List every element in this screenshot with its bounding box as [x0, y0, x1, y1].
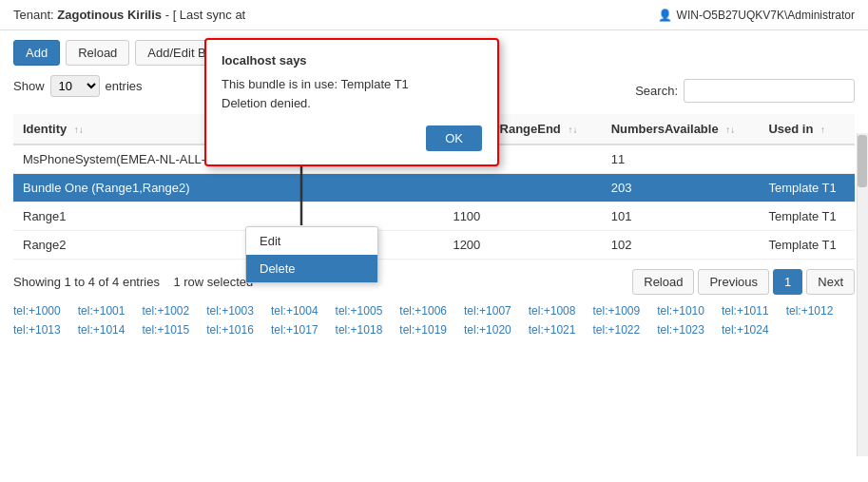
modal-line2: Deletion denied.: [222, 94, 482, 113]
modal-line1: This bundle is in use: Template T1: [222, 75, 482, 94]
tenant-label: Tenant:: [13, 8, 54, 22]
ok-button[interactable]: OK: [426, 125, 482, 151]
modal-dialog: localhost says This bundle is in use: Te…: [204, 38, 499, 166]
modal-overlay: localhost says This bundle is in use: Te…: [0, 30, 868, 482]
modal-body: This bundle is in use: Template T1 Delet…: [222, 75, 482, 112]
modal-footer: OK: [222, 125, 482, 151]
main-content: Add Reload Add/Edit Bun... Show 10 25 50…: [0, 30, 868, 482]
modal-title: localhost says: [222, 53, 482, 67]
user-icon: 👤: [658, 9, 672, 22]
tenant-info: Tenant: Zagotinous Kirilis - [ Last sync…: [13, 8, 245, 22]
sync-label: - [ Last sync at: [165, 8, 246, 22]
user-name: WIN-O5B27UQKV7K\Administrator: [677, 9, 855, 22]
tenant-name: Zagotinous Kirilis: [57, 8, 162, 22]
top-bar: Tenant: Zagotinous Kirilis - [ Last sync…: [0, 0, 868, 30]
user-info: 👤 WIN-O5B27UQKV7K\Administrator: [658, 9, 855, 22]
